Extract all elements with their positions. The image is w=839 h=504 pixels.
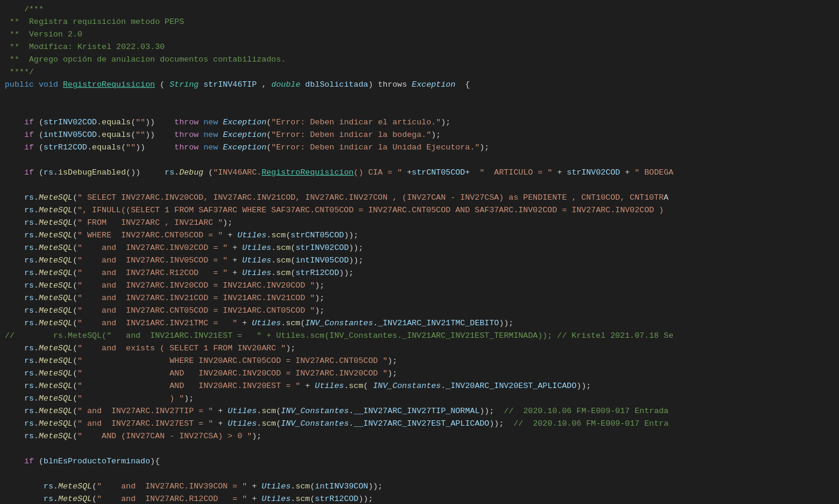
code-line: rs.MeteSQL(" and INV27ARC.INV21COD = INV… <box>0 292 839 305</box>
code-line <box>0 91 839 104</box>
code-line: rs.MeteSQL(" and INV27ARC.R12COD = " + U… <box>0 493 839 504</box>
code-line: rs.MeteSQL(" FROM INV27ARC , INV21ARC ")… <box>0 217 839 230</box>
code-line: rs.MeteSQL(" WHERE INV27ARC.CNT05COD = "… <box>0 230 839 242</box>
code-line: rs.MeteSQL(" and INV27ARC.R12COD = " + U… <box>0 267 839 280</box>
code-line: rs.MeteSQL(", IFNULL((SELECT 1 FROM SAF3… <box>0 204 839 217</box>
code-line: rs.MeteSQL(" and INV27ARC.CNT05COD = INV… <box>0 305 839 317</box>
code-line: rs.MeteSQL(" AND INV20ARC.INV20EST = " +… <box>0 380 839 393</box>
code-line: ** Modifica: Kristel 2022.03.30 <box>0 41 839 54</box>
code-line: rs.MeteSQL(" and INV27ARC.INV39CON = " +… <box>0 481 839 493</box>
code-editor: /*** ** Registra requisición metodo PEPS… <box>0 0 839 504</box>
code-line: rs.MeteSQL(" and INV27ARC.INV27EST = " +… <box>0 418 839 430</box>
code-line: ** Agrego opción de anulacion documentos… <box>0 54 839 66</box>
code-line: if (intINV05COD.equals("")) throw new Ex… <box>0 129 839 142</box>
code-line: public void RegistroRequisicion ( String… <box>0 79 839 91</box>
code-line: rs.MeteSQL(" and INV27ARC.INV27TIP = " +… <box>0 405 839 418</box>
code-line <box>0 104 839 117</box>
code-line: rs.MeteSQL(" and INV27ARC.INV02COD = " +… <box>0 242 839 255</box>
code-line: ** Version 2.0 <box>0 29 839 41</box>
code-line: rs.MeteSQL(" and exists ( SELECT 1 FROM … <box>0 343 839 355</box>
code-line: /*** <box>0 4 839 16</box>
code-line: if (strR12COD.equals("")) throw new Exce… <box>0 142 839 154</box>
code-line: rs.MeteSQL(" and INV21ARC.INV21TMC = " +… <box>0 317 839 330</box>
code-line: rs.MeteSQL(" SELECT INV27ARC.INV20COD, I… <box>0 192 839 204</box>
code-line: if (blnEsProductoTerminado){ <box>0 456 839 468</box>
code-line <box>0 179 839 192</box>
code-line: rs.MeteSQL(" WHERE INV20ARC.CNT05COD = I… <box>0 355 839 368</box>
code-line: if (rs.isDebugEnabled()) rs.Debug ("INV4… <box>0 167 839 179</box>
code-line: rs.MeteSQL(" and INV27ARC.INV20COD = INV… <box>0 280 839 292</box>
code-line: rs.MeteSQL(" AND INV20ARC.INV20COD = INV… <box>0 368 839 380</box>
code-line: rs.MeteSQL(" ) "); <box>0 393 839 405</box>
code-line <box>0 443 839 456</box>
code-line: rs.MeteSQL(" AND (INV27CAN - INV27CSA) >… <box>0 430 839 443</box>
code-line: rs.MeteSQL(" and INV27ARC.INV05COD = " +… <box>0 255 839 267</box>
code-line: if (strINV02COD.equals("")) throw new Ex… <box>0 117 839 129</box>
code-line: ****/ <box>0 66 839 79</box>
code-line: ** Registra requisición metodo PEPS <box>0 16 839 29</box>
code-line <box>0 468 839 481</box>
code-line <box>0 154 839 167</box>
code-line: // rs.MeteSQL(" and INV21ARC.INV21EST = … <box>0 330 839 343</box>
